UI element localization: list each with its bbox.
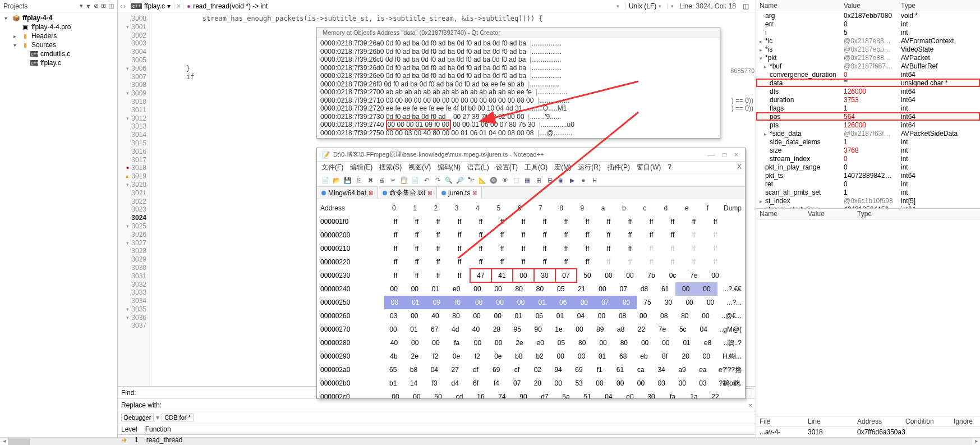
- toolbar-icon[interactable]: ◉: [556, 175, 566, 185]
- col-name-header[interactable]: Name: [756, 1, 840, 10]
- split-editor-icon[interactable]: ◫: [743, 2, 749, 10]
- toolbar-icon[interactable]: 🔍: [444, 175, 454, 185]
- close-tab-icon[interactable]: ×: [177, 2, 181, 10]
- symbol-combo[interactable]: ● read_thread(void *) -> int ▾: [183, 2, 623, 10]
- npp-toolbar[interactable]: 📄📂💾⎘✖🖨✂📋📄↶↷🔍🔎🔭📐🔘👁⬚▦⊞⊟◉▶●H: [317, 174, 745, 187]
- toolbar-icon[interactable]: ⊟: [545, 175, 555, 185]
- npp-tabs[interactable]: Mingw64.bat⊠命令集合.txt⊠juren.ts⊠: [317, 187, 745, 199]
- col-value-header[interactable]: Value: [804, 209, 854, 218]
- toolbar-icon[interactable]: ▶: [567, 175, 577, 185]
- nav-fwd-icon[interactable]: ›: [123, 2, 126, 10]
- lineending-combo[interactable]: Unix (LF) ▾: [625, 2, 665, 10]
- toolbar-icon[interactable]: ▦: [522, 175, 532, 185]
- scroll-right-icon[interactable]: ▸: [972, 438, 980, 445]
- toolbar-icon[interactable]: ✂: [388, 175, 398, 185]
- bp-addr-header[interactable]: Address: [854, 416, 902, 426]
- dropdown-icon[interactable]: ▾: [167, 2, 171, 10]
- menu-item[interactable]: 编辑(E): [350, 163, 372, 172]
- menu-item[interactable]: 设置(T): [496, 163, 518, 172]
- toolbar-icon[interactable]: ↷: [433, 175, 443, 185]
- add-icon[interactable]: ⊞: [101, 2, 106, 10]
- toolbar-icon[interactable]: H: [590, 175, 600, 185]
- var-row[interactable]: stream_index0int: [756, 154, 980, 163]
- tree-item-ffplay[interactable]: c++ ffplay.c: [2, 58, 115, 67]
- tree-item-sources[interactable]: ▾ ▮ Sources: [2, 40, 115, 49]
- expressions-body[interactable]: [756, 219, 980, 416]
- var-row[interactable]: side_data_elems1int: [756, 137, 980, 146]
- minimize-icon[interactable]: —: [706, 151, 717, 159]
- toolbar-icon[interactable]: 🖨: [376, 175, 387, 185]
- close-icon[interactable]: ×: [749, 402, 752, 409]
- var-row[interactable]: ▸*side_data@0x2187f63f340AVPacketSideDat…: [756, 129, 980, 137]
- memory-body[interactable]: 0000:0218:7f39:26a0 0d f0 ad ba 0d f0 ad…: [317, 38, 720, 138]
- var-row[interactable]: ▸*buf@0x2187f687600AVBufferRef: [756, 62, 980, 70]
- menu-item[interactable]: 运行(R): [578, 163, 601, 172]
- menu-item[interactable]: 搜索(S): [379, 163, 402, 172]
- debugger-button[interactable]: Debugger: [121, 414, 154, 421]
- funnel-icon[interactable]: ▼: [85, 3, 91, 10]
- file-tab[interactable]: c++ ffplay.c ▾: [128, 2, 174, 10]
- maximize-icon[interactable]: □: [720, 151, 729, 159]
- var-row[interactable]: ▾*pkt@0x2187e886440AVPacket: [756, 53, 980, 62]
- vars-body[interactable]: arg0x2187ebb7080void *err0inti5int▸*ic@0…: [756, 11, 980, 208]
- scroll-left-icon[interactable]: ◂: [0, 438, 8, 445]
- var-row[interactable]: ▸*ic@0x2187e886500AVFormatContext: [756, 36, 980, 45]
- var-row[interactable]: pkt_ts140728898420765int64: [756, 171, 980, 180]
- dropdown-icon[interactable]: ▾: [156, 414, 159, 421]
- var-row[interactable]: data""unsigned char *: [756, 79, 980, 87]
- menu-close-icon[interactable]: X: [737, 163, 742, 171]
- stack-row[interactable]: ➔ 1 read_thread: [118, 434, 756, 445]
- menu-item[interactable]: 工具(O): [524, 163, 547, 172]
- npp-hex-view[interactable]: Address0123456789abcdefDump000001f0fffff…: [317, 199, 745, 398]
- var-row[interactable]: pkt_in_play_range0int: [756, 163, 980, 171]
- bp-ignore-header[interactable]: Ignore: [950, 416, 976, 426]
- menu-item[interactable]: ?: [668, 163, 671, 172]
- var-row[interactable]: i5int: [756, 28, 980, 36]
- var-row[interactable]: ▸*is@0x2187ebb7080VideoState: [756, 45, 980, 53]
- toolbar-icon[interactable]: 📂: [332, 175, 342, 185]
- toolbar-icon[interactable]: 🔘: [489, 175, 499, 185]
- toolbar-icon[interactable]: ⎘: [354, 175, 364, 185]
- toolbar-icon[interactable]: ⬚: [511, 175, 521, 185]
- toolbar-icon[interactable]: 👁: [500, 175, 510, 185]
- menu-item[interactable]: 视图(V): [408, 163, 431, 172]
- var-row[interactable]: pts126000int64: [756, 121, 980, 129]
- npp-tab[interactable]: juren.ts⊠: [437, 187, 482, 199]
- filter-icon[interactable]: ▾: [80, 2, 83, 10]
- var-row[interactable]: convergence_duration0int64: [756, 70, 980, 79]
- var-row[interactable]: ▸st_index@0x6c1b10f698int[5]: [756, 196, 980, 205]
- menu-item[interactable]: 编码(N): [438, 163, 461, 172]
- bp-cond-header[interactable]: Condition: [902, 416, 950, 426]
- toolbar-icon[interactable]: 📄: [320, 175, 330, 185]
- var-row[interactable]: ret0int: [756, 180, 980, 188]
- var-row[interactable]: size3768int: [756, 146, 980, 154]
- toolbar-icon[interactable]: 🔭: [466, 175, 476, 185]
- toolbar-icon[interactable]: ↶: [421, 175, 431, 185]
- link-icon[interactable]: ⊘: [94, 2, 99, 10]
- col-name-header[interactable]: Name: [756, 209, 804, 218]
- var-row[interactable]: scan_all_pmts_set1int: [756, 188, 980, 196]
- toolbar-icon[interactable]: ⊞: [533, 175, 544, 185]
- var-row[interactable]: pos564int64: [756, 112, 980, 121]
- menu-item[interactable]: 文件(F): [321, 163, 343, 172]
- col-type-header[interactable]: Type: [854, 209, 980, 218]
- var-row[interactable]: err0int: [756, 20, 980, 28]
- menu-item[interactable]: 语言(L): [467, 163, 489, 172]
- tree-item-cmdutils[interactable]: c++ cmdutils.c: [2, 49, 115, 58]
- extra-combo[interactable]: ▾: [667, 3, 677, 9]
- var-row[interactable]: flags1int: [756, 104, 980, 112]
- menu-item[interactable]: 插件(P): [608, 163, 630, 172]
- dropdown-icon[interactable]: ▾: [659, 3, 661, 9]
- toolbar-icon[interactable]: ●: [578, 175, 588, 185]
- close-icon[interactable]: ×: [732, 151, 740, 159]
- menu-item[interactable]: 宏(M): [554, 163, 571, 172]
- bp-line-header[interactable]: Line: [804, 416, 854, 426]
- tree-item-pro[interactable]: ▣ ffplay-4-4.pro: [2, 22, 115, 31]
- npp-tab[interactable]: 命令集合.txt⊠: [378, 187, 437, 199]
- toolbar-icon[interactable]: 💾: [343, 175, 353, 185]
- tree-item-headers[interactable]: ▸ ▮ Headers: [2, 31, 115, 40]
- debugger-kit[interactable]: CDB for *: [162, 414, 193, 421]
- npp-tab[interactable]: Mingw64.bat⊠: [317, 187, 378, 199]
- dropdown-icon[interactable]: ▾: [616, 3, 619, 9]
- toolbar-icon[interactable]: ✖: [365, 175, 375, 185]
